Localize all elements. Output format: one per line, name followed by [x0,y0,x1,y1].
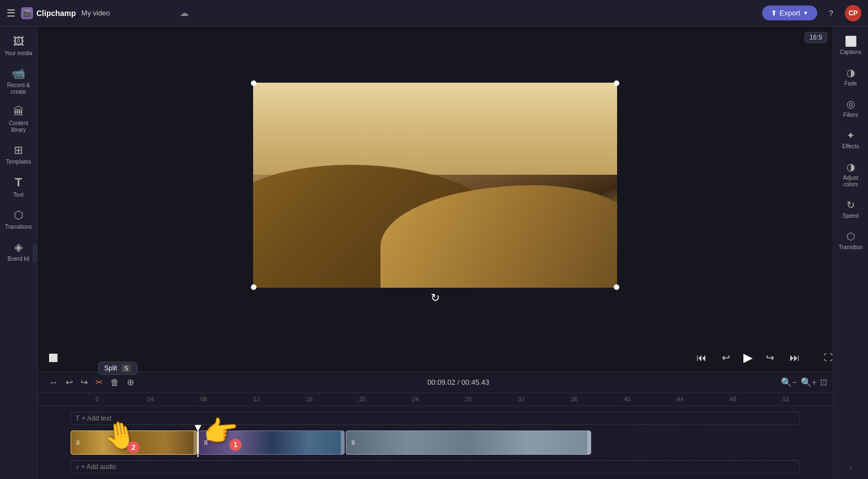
transition-icon: ⬡ [846,230,855,243]
right-sidebar-item-captions[interactable]: ⬜ Captions [835,31,867,60]
skip-back-button[interactable]: ⏮ [694,350,709,366]
record-create-icon: 📹 [12,67,25,80]
zoom-fit-button[interactable]: ⊡ [820,377,827,387]
sky-layer [253,83,617,175]
export-button[interactable]: ⬆ Export ▼ [762,6,817,20]
captions-toggle-button[interactable]: ⬜ [49,353,58,362]
ruler-mark-3: :12 [229,396,282,402]
split-tooltip-label: Split [104,364,117,372]
split-tooltip: Split S [98,362,137,375]
captions-icon: ⬜ [845,35,857,47]
skip-forward-button[interactable]: ⏭ [787,350,802,366]
right-sidebar-item-adjust-colors[interactable]: ◑ Adjust colors [835,157,867,192]
resize-handle-bl[interactable] [251,284,256,290]
export-icon: ⬆ [771,9,777,17]
ruler-mark-5: :20 [335,396,388,402]
right-sidebar-item-filters[interactable]: ◎ Filters [835,94,867,123]
right-sidebar-item-transition[interactable]: ⬡ Transition [835,226,867,255]
sidebar-label-templates: Templates [6,159,31,165]
rotate-handle[interactable]: ↻ [431,291,440,304]
delete-button[interactable]: 🗑 [109,376,121,389]
track-clips: ⏸ ⏸ ⏸ [71,428,833,457]
content-library-icon: 🏛 [13,105,24,118]
sidebar-label-brand-kit: Brand kit [8,256,29,262]
sidebar-item-transitions[interactable]: ⬡ Transitions [2,204,36,235]
split-button[interactable]: ✂ [94,375,104,389]
resize-handle-br[interactable] [614,284,619,290]
play-pause-button[interactable]: ▶ [743,351,753,365]
export-label: Export [780,9,801,17]
right-sidebar-item-fade[interactable]: ◑ Fade [835,62,867,92]
video-clip-1[interactable]: ⏸ [71,430,197,455]
resize-handle-tl[interactable] [251,80,256,86]
video-clip-2[interactable]: ⏸ [199,430,345,455]
clip3-end-handle[interactable] [587,431,591,454]
add-text-button[interactable]: T + Add text [71,412,800,425]
sidebar-label-text: Text [13,192,23,198]
clip2-end-handle[interactable] [341,431,344,454]
filters-icon: ◎ [846,98,855,110]
audio-track-row: ♪ + Add audio [37,457,833,477]
video-frame: ↻ [253,83,617,288]
project-title-input[interactable] [82,9,174,17]
filters-label: Filters [843,112,858,119]
ruler-mark-11: :44 [653,396,706,402]
fade-icon: ◑ [846,67,855,79]
zoom-controls: 🔍− 🔍+ ⊡ [781,377,827,387]
sidebar-item-text[interactable]: T Text [2,171,36,203]
text-track-icon: T [76,415,79,422]
sidebar-item-record-create[interactable]: 📹 Record & create [2,62,36,100]
adjust-colors-label: Adjust colors [837,175,865,188]
aspect-ratio-badge[interactable]: 16:9 [805,32,827,43]
rewind-button[interactable]: ↩ [720,349,732,366]
sidebar-item-templates[interactable]: ⊞ Templates [2,139,36,170]
effects-icon: ✦ [846,130,855,142]
right-sidebar-collapse-button[interactable]: ‹ [844,461,858,475]
resize-handle-tr[interactable] [614,80,619,86]
right-sidebar: ⬜ Captions ◑ Fade ◎ Filters ✦ Effects ◑ … [833,26,868,479]
ruler-mark-6: :24 [388,396,441,402]
current-time: 00:09.02 [427,378,456,386]
app-logo-icon: 🎬 [21,7,33,19]
ruler-mark-10: :40 [600,396,653,402]
main-content: 🖼 Your media 📹 Record & create 🏛 Content… [0,26,868,479]
menu-icon[interactable]: ☰ [7,7,15,19]
sidebar-item-brand-kit[interactable]: ◈ Brand kit [2,236,36,267]
video-canvas[interactable] [253,83,617,288]
user-avatar[interactable]: CP [845,5,861,21]
add-clip-button[interactable]: ⊕ [125,375,136,389]
timeline-toolbar: Split S ↔ ↩ ↪ ✂ 🗑 ⊕ 00:09.02 / 00:45.43 … [37,372,833,393]
effects-label: Effects [842,143,859,150]
time-separator: / [457,378,461,386]
topbar-left: ☰ 🎬 Clipchamp ☁ [7,7,756,19]
video-clip-3[interactable]: ⏸ [346,430,591,455]
sidebar-item-your-media[interactable]: 🖼 Your media [2,31,36,61]
add-audio-button[interactable]: ♪ + Add audio [71,460,800,473]
redo-button[interactable]: ↪ [79,375,89,389]
move-tool-button[interactable]: ↔ [47,376,60,389]
templates-icon: ⊞ [14,143,23,157]
app-logo: 🎬 Clipchamp [21,7,76,19]
brand-kit-icon: ◈ [14,240,23,254]
sidebar-item-content-library[interactable]: 🏛 Content library [2,101,36,138]
topbar-right: ⬆ Export ▼ ? CP [762,5,861,21]
clip1-end-handle[interactable] [194,431,197,454]
fade-label: Fade [844,80,857,87]
timeline-area: Split S ↔ ↩ ↪ ✂ 🗑 ⊕ 00:09.02 / 00:45.43 … [37,372,833,479]
speed-label: Speed [843,213,859,219]
help-icon[interactable]: ? [823,5,839,21]
right-sidebar-item-effects[interactable]: ✦ Effects [835,125,867,154]
add-text-label: + Add text [82,415,111,422]
zoom-in-button[interactable]: 🔍+ [801,377,817,387]
video-track-row: ⏸ ⏸ ⏸ [37,428,833,457]
app-logo-name: Clipchamp [36,9,76,18]
right-sidebar-item-speed[interactable]: ↻ Speed [835,195,867,224]
fullscreen-button[interactable]: ⛶ [824,353,833,363]
undo-button[interactable]: ↩ [64,375,74,389]
playhead[interactable] [197,428,199,457]
fast-forward-button[interactable]: ↪ [764,349,776,366]
text-icon: T [15,175,22,190]
sidebar-label-transitions: Transitions [5,224,32,230]
zoom-out-button[interactable]: 🔍− [781,377,797,387]
clip3-pause-icon: ⏸ [350,439,356,446]
